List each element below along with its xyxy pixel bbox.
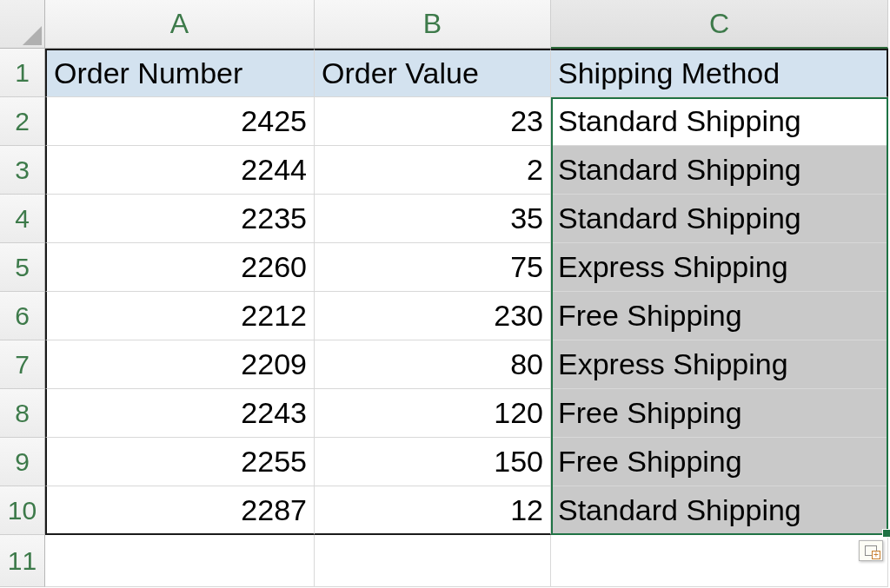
cell-C11[interactable]: [551, 535, 888, 587]
row-header-4[interactable]: 4: [0, 195, 45, 243]
cell-A11[interactable]: [45, 535, 315, 587]
cell-A4[interactable]: 2235: [45, 195, 315, 243]
cell-A2[interactable]: 2425: [45, 97, 315, 146]
row-header-1[interactable]: 1: [0, 49, 45, 97]
spreadsheet-viewport: A B C 1 Order Number Order Value Shippin…: [0, 0, 890, 588]
cell-B7[interactable]: 80: [315, 340, 551, 389]
cell-B1[interactable]: Order Value: [315, 49, 551, 97]
cell-A5[interactable]: 2260: [45, 243, 315, 292]
cell-C9[interactable]: Free Shipping: [551, 438, 888, 486]
cell-B8[interactable]: 120: [315, 389, 551, 438]
row-header-11[interactable]: 11: [0, 535, 45, 587]
cell-C10[interactable]: Standard Shipping: [551, 486, 888, 535]
cell-C1[interactable]: Shipping Method: [551, 49, 888, 97]
quick-analysis-button[interactable]: +: [859, 540, 883, 561]
row-header-9[interactable]: 9: [0, 438, 45, 486]
cell-A3[interactable]: 2244: [45, 146, 315, 195]
row-header-5[interactable]: 5: [0, 243, 45, 292]
cell-B3[interactable]: 2: [315, 146, 551, 195]
cell-C2[interactable]: Standard Shipping: [551, 97, 888, 146]
cell-B5[interactable]: 75: [315, 243, 551, 292]
cell-C4[interactable]: Standard Shipping: [551, 195, 888, 243]
row-header-6[interactable]: 6: [0, 292, 45, 340]
column-header-A[interactable]: A: [45, 0, 315, 49]
cell-B9[interactable]: 150: [315, 438, 551, 486]
cell-B10[interactable]: 12: [315, 486, 551, 535]
cell-A6[interactable]: 2212: [45, 292, 315, 340]
cell-B2[interactable]: 23: [315, 97, 551, 146]
cell-C3[interactable]: Standard Shipping: [551, 146, 888, 195]
cell-A10[interactable]: 2287: [45, 486, 315, 535]
row-header-10[interactable]: 10: [0, 486, 45, 535]
cell-B11[interactable]: [315, 535, 551, 587]
cell-C6[interactable]: Free Shipping: [551, 292, 888, 340]
cell-A8[interactable]: 2243: [45, 389, 315, 438]
cell-C5[interactable]: Express Shipping: [551, 243, 888, 292]
row-header-2[interactable]: 2: [0, 97, 45, 146]
row-header-8[interactable]: 8: [0, 389, 45, 438]
cell-C7[interactable]: Express Shipping: [551, 340, 888, 389]
cell-A9[interactable]: 2255: [45, 438, 315, 486]
column-header-B[interactable]: B: [315, 0, 551, 49]
select-all-corner[interactable]: [0, 0, 45, 49]
row-header-7[interactable]: 7: [0, 340, 45, 389]
cell-A1[interactable]: Order Number: [45, 49, 315, 97]
cell-A7[interactable]: 2209: [45, 340, 315, 389]
column-header-C[interactable]: C: [551, 0, 888, 49]
cell-B4[interactable]: 35: [315, 195, 551, 243]
cell-C8[interactable]: Free Shipping: [551, 389, 888, 438]
row-header-3[interactable]: 3: [0, 146, 45, 195]
spreadsheet-grid: A B C 1 Order Number Order Value Shippin…: [0, 0, 890, 584]
cell-B6[interactable]: 230: [315, 292, 551, 340]
